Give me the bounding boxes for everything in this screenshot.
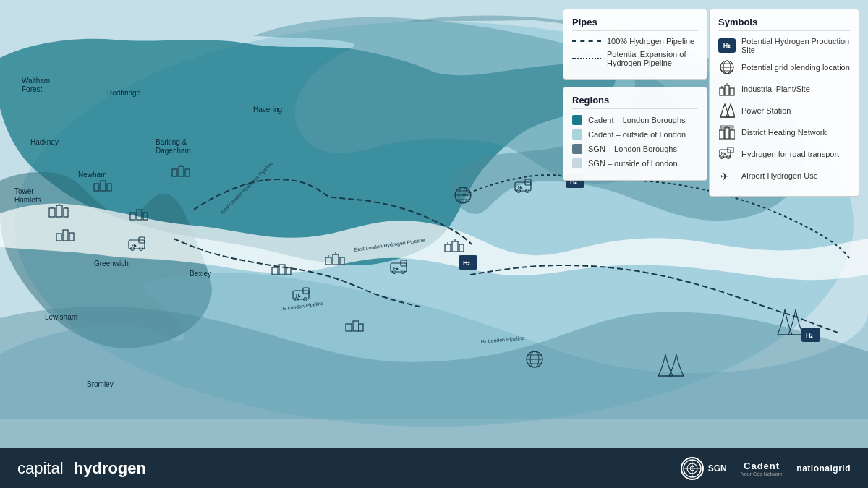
svg-text:Greenwich: Greenwich xyxy=(94,260,129,267)
svg-text:Dagenham: Dagenham xyxy=(156,147,191,155)
pipe-label-2: Potential Expansion ofHydrogen Pipeline xyxy=(607,50,686,67)
cadent-text: Cadent xyxy=(744,461,780,471)
heating-network-icon xyxy=(718,124,736,141)
svg-text:Hackney: Hackney xyxy=(30,138,59,146)
svg-text:H₂: H₂ xyxy=(806,332,814,339)
pipe-label-1: 100% Hydrogen Pipeline xyxy=(607,37,694,46)
symbol-item-transport: H₂ Hydrogen for road transport xyxy=(718,145,850,163)
pipe-item-2: Potential Expansion ofHydrogen Pipeline xyxy=(572,50,698,67)
industrial-icon xyxy=(718,80,736,98)
cadent-logo: Cadent Your Gas Network xyxy=(741,461,783,476)
nationalgrid-logo: nationalgrid xyxy=(796,463,851,474)
svg-rect-106 xyxy=(725,127,729,139)
svg-text:H₂: H₂ xyxy=(518,185,523,189)
svg-text:Bromley: Bromley xyxy=(87,380,114,388)
svg-text:Havering: Havering xyxy=(253,106,282,114)
region-label-3: SGN – London Boroughs xyxy=(588,145,677,153)
svg-text:Forest: Forest xyxy=(22,85,43,93)
brand-capital: capital xyxy=(17,459,64,478)
symbol-label-industrial: Industrial Plant/Site xyxy=(741,85,810,93)
grid-blending-icon xyxy=(718,59,736,76)
region-item-2: Cadent – outside of London xyxy=(572,129,698,140)
svg-text:H₂: H₂ xyxy=(721,151,726,155)
airport-icon: ✈ xyxy=(718,167,736,184)
symbol-item-power: Power Station xyxy=(718,102,850,119)
pipe-item-1: 100% Hydrogen Pipeline xyxy=(572,37,698,46)
symbol-item-industrial: Industrial Plant/Site xyxy=(718,80,850,98)
svg-text:Newham: Newham xyxy=(78,171,106,179)
symbol-label-airport: Airport Hydrogen Use xyxy=(741,171,818,180)
svg-text:H₂: H₂ xyxy=(393,266,399,270)
region-color-3 xyxy=(572,144,582,154)
pipes-title: Pipes xyxy=(572,17,698,31)
svg-rect-101 xyxy=(730,88,734,95)
svg-rect-99 xyxy=(720,88,724,95)
sgn-text: SGN xyxy=(708,463,727,474)
svg-text:H₂: H₂ xyxy=(132,243,137,247)
symbols-panel: Symbols H₂ Potential Hydrogen Production… xyxy=(709,9,859,197)
bottom-bar: capital hydrogen SGN Cadent Your Gas Net xyxy=(0,448,868,488)
svg-text:H₂: H₂ xyxy=(463,260,471,267)
svg-text:Hamlets: Hamlets xyxy=(14,196,41,204)
symbol-item-grid: Potential grid blending location xyxy=(718,59,850,76)
sgn-circle-icon xyxy=(681,457,704,480)
regions-panel: Regions Cadent – London Boroughs Cadent … xyxy=(563,87,707,181)
region-label-4: SGN – outside of London xyxy=(588,159,678,168)
symbol-item-heating: District Heating Network xyxy=(718,124,850,141)
main-container: H₂ H₂ H₂ H₂ xyxy=(0,0,868,488)
pipe-dotted-icon xyxy=(572,58,601,59)
pipes-panel: Pipes 100% Hydrogen Pipeline Potential E… xyxy=(563,9,707,80)
svg-text:H₂: H₂ xyxy=(296,294,301,298)
svg-rect-107 xyxy=(730,130,735,139)
h2-badge-icon: H₂ xyxy=(718,37,736,54)
svg-text:Redbridge: Redbridge xyxy=(107,89,141,97)
road-transport-icon: H₂ xyxy=(718,145,736,163)
symbols-title: Symbols xyxy=(718,17,850,31)
region-label-2: Cadent – outside of London xyxy=(588,130,686,139)
symbol-label-transport: Hydrogen for road transport xyxy=(741,150,839,158)
svg-text:Tower: Tower xyxy=(14,187,34,195)
svg-text:Lewisham: Lewisham xyxy=(45,313,77,321)
region-label-1: Cadent – London Boroughs xyxy=(588,116,686,124)
svg-rect-105 xyxy=(719,130,724,139)
svg-rect-100 xyxy=(725,85,729,95)
symbol-label-heating: District Heating Network xyxy=(741,128,827,137)
symbol-item-h2: H₂ Potential Hydrogen Production Site xyxy=(718,37,850,54)
symbol-label-grid: Potential grid blending location xyxy=(741,63,850,72)
pipe-dashed-icon xyxy=(572,40,601,42)
region-item-3: SGN – London Boroughs xyxy=(572,144,698,154)
brand-left: capital hydrogen xyxy=(17,459,146,478)
brand-right: SGN Cadent Your Gas Network nationalgrid xyxy=(681,457,851,480)
symbol-item-airport: ✈ Airport Hydrogen Use xyxy=(718,167,850,184)
svg-text:Bexley: Bexley xyxy=(190,270,211,278)
region-item-1: Cadent – London Boroughs xyxy=(572,115,698,125)
region-color-1 xyxy=(572,115,582,125)
svg-text:✈: ✈ xyxy=(720,171,729,182)
sgn-logo: SGN xyxy=(681,457,727,480)
nationalgrid-text: nationalgrid xyxy=(796,463,851,474)
symbol-label-h2: Potential Hydrogen Production Site xyxy=(741,37,850,54)
region-color-4 xyxy=(572,158,582,168)
svg-text:Waltham: Waltham xyxy=(22,77,50,85)
region-item-4: SGN – outside of London xyxy=(572,158,698,168)
region-color-2 xyxy=(572,129,582,140)
brand-hydrogen: hydrogen xyxy=(74,459,146,478)
regions-title: Regions xyxy=(572,95,698,109)
svg-text:Barking &: Barking & xyxy=(156,138,187,146)
power-station-icon xyxy=(718,102,736,119)
cadent-sub: Your Gas Network xyxy=(741,471,783,476)
symbol-label-power: Power Station xyxy=(741,106,791,115)
